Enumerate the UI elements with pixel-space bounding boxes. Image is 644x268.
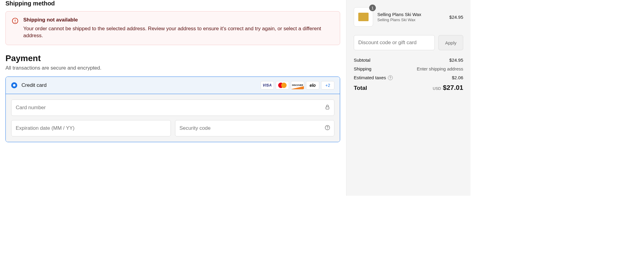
expiry-input[interactable] (11, 120, 171, 136)
payment-card-option: Credit card VISA DISCOVER elo +2 (5, 77, 340, 142)
lock-icon (325, 104, 330, 111)
svg-point-5 (327, 129, 328, 129)
total-currency: USD (433, 86, 441, 91)
line-item: 1 Selling Plans Ski Wax Selling Plans Sk… (354, 7, 463, 27)
elo-icon: elo (306, 81, 319, 90)
svg-rect-3 (326, 107, 329, 109)
alert-text: Your order cannot be shipped to the sele… (23, 25, 334, 39)
payment-title: Payment (5, 54, 340, 63)
help-icon[interactable] (325, 125, 330, 132)
accepted-cards: VISA DISCOVER elo +2 (261, 81, 334, 90)
alert-title: Shipping not available (23, 17, 334, 23)
discover-icon: DISCOVER (291, 81, 304, 90)
shipping-label: Shipping (354, 66, 371, 71)
radio-selected-icon[interactable] (11, 82, 17, 88)
quantity-badge: 1 (369, 5, 376, 11)
total-label: Total (354, 85, 367, 91)
payment-subtitle: All transactions are secure and encrypte… (5, 65, 340, 71)
svg-point-2 (15, 22, 15, 22)
line-item-price: $24.95 (449, 15, 463, 20)
subtotal-value: $24.95 (449, 57, 463, 63)
taxes-value: $2.06 (452, 75, 463, 80)
order-summary-sidebar: 1 Selling Plans Ski Wax Selling Plans Sk… (346, 0, 470, 196)
taxes-help-icon[interactable]: ? (388, 75, 393, 80)
apply-button[interactable]: Apply (438, 35, 463, 50)
discount-code-input[interactable] (354, 35, 435, 50)
more-cards-button[interactable]: +2 (321, 81, 334, 90)
product-name: Selling Plans Ski Wax (377, 12, 449, 17)
subtotal-label: Subtotal (354, 57, 370, 63)
total-value: $27.01 (443, 84, 463, 91)
security-code-input[interactable] (175, 120, 335, 136)
shipping-error-alert: Shipping not available Your order cannot… (5, 11, 340, 45)
card-number-input[interactable] (11, 100, 334, 116)
shipping-method-title: Shipping method (5, 0, 340, 7)
shipping-value: Enter shipping address (417, 66, 463, 71)
mastercard-icon (276, 81, 289, 90)
payment-option-label: Credit card (21, 82, 261, 88)
product-variant: Selling Plans Ski Wax (377, 18, 449, 22)
visa-icon: VISA (261, 81, 274, 90)
payment-option-header[interactable]: Credit card VISA DISCOVER elo +2 (6, 77, 340, 94)
product-thumbnail: 1 (354, 7, 373, 27)
taxes-label: Estimated taxes ? (354, 75, 393, 80)
alert-error-icon (12, 17, 18, 39)
